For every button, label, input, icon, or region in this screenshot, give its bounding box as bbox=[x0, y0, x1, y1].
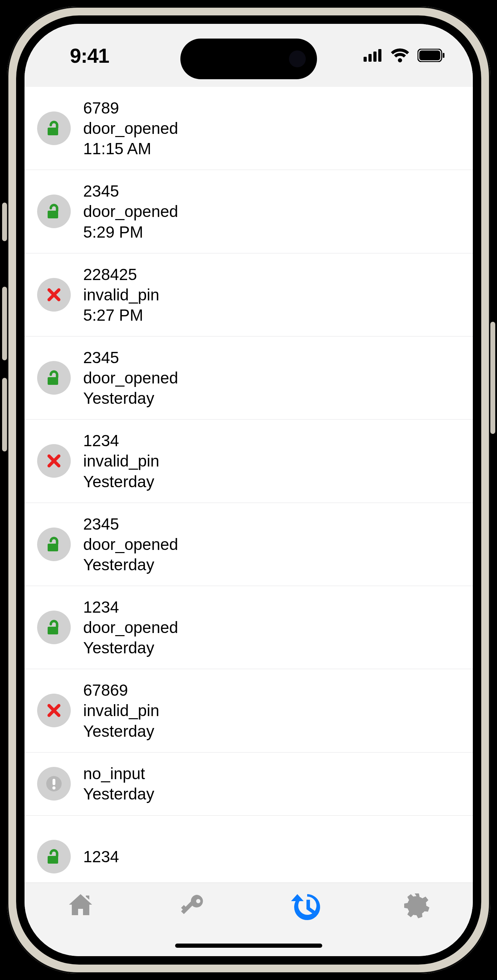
history-icon bbox=[289, 893, 321, 921]
event-type: door_opened bbox=[83, 535, 178, 554]
event-time: Yesterday bbox=[83, 721, 159, 741]
unlock-icon bbox=[45, 119, 63, 137]
event-pin: 1234 bbox=[83, 431, 159, 450]
event-time: Yesterday bbox=[83, 784, 154, 804]
event-text: 1234 bbox=[83, 847, 119, 866]
event-pin: 2345 bbox=[83, 181, 178, 201]
event-text: 2345door_opened5:29 PM bbox=[83, 181, 178, 242]
screen: 9:41 bbox=[24, 24, 473, 956]
event-time: Yesterday bbox=[83, 388, 178, 408]
event-status-icon bbox=[37, 611, 71, 644]
list-item[interactable]: 67869invalid_pinYesterday bbox=[24, 669, 473, 752]
dynamic-island bbox=[180, 38, 317, 79]
event-time: 11:15 AM bbox=[83, 139, 178, 158]
tab-settings[interactable] bbox=[396, 893, 438, 919]
event-text: 1234door_openedYesterday bbox=[83, 597, 178, 657]
svg-rect-11 bbox=[48, 627, 58, 635]
event-time: 5:27 PM bbox=[83, 305, 159, 325]
silence-switch bbox=[2, 203, 7, 241]
event-type: door_opened bbox=[83, 368, 178, 388]
svg-rect-8 bbox=[48, 211, 58, 218]
event-status-icon bbox=[37, 361, 71, 395]
event-pin: 228425 bbox=[83, 265, 159, 284]
event-time: 5:29 PM bbox=[83, 222, 178, 242]
list-item[interactable]: 1234invalid_pinYesterday bbox=[24, 420, 473, 503]
event-pin: 67869 bbox=[83, 680, 159, 700]
event-type: invalid_pin bbox=[83, 701, 159, 720]
event-status-icon bbox=[37, 528, 71, 561]
x-icon bbox=[46, 453, 62, 469]
event-status-icon bbox=[37, 694, 71, 727]
event-text: 6789door_opened11:15 AM bbox=[83, 98, 178, 158]
event-text: no_inputYesterday bbox=[83, 764, 154, 804]
event-pin: 2345 bbox=[83, 348, 178, 368]
list-item[interactable]: 2345door_openedYesterday bbox=[24, 503, 473, 586]
event-time: Yesterday bbox=[83, 638, 178, 657]
event-type: door_opened bbox=[83, 118, 178, 138]
list-item[interactable]: no_inputYesterday bbox=[24, 752, 473, 816]
event-pin: 1234 bbox=[83, 597, 178, 617]
list-item[interactable]: 1234door_openedYesterday bbox=[24, 586, 473, 669]
key-icon bbox=[179, 893, 206, 917]
event-list[interactable]: 6789door_opened11:15 AM2345door_opened5:… bbox=[24, 87, 473, 883]
cellular-icon bbox=[364, 49, 383, 62]
svg-point-14 bbox=[52, 786, 56, 790]
event-status-icon bbox=[37, 278, 71, 312]
list-item[interactable]: 6789door_opened11:15 AM bbox=[24, 87, 473, 170]
phone-frame: 9:41 bbox=[7, 6, 490, 974]
svg-rect-10 bbox=[48, 544, 58, 551]
event-status-icon bbox=[37, 111, 71, 145]
gear-icon bbox=[404, 893, 430, 919]
svg-rect-1 bbox=[368, 54, 372, 62]
event-pin: 2345 bbox=[83, 514, 178, 534]
svg-rect-7 bbox=[48, 127, 58, 135]
volume-up-button bbox=[2, 287, 7, 360]
svg-rect-5 bbox=[419, 51, 440, 60]
svg-rect-9 bbox=[48, 377, 58, 385]
event-type: door_opened bbox=[83, 617, 178, 637]
unlock-icon bbox=[45, 369, 63, 387]
tab-keys[interactable] bbox=[171, 893, 214, 917]
status-indicators bbox=[364, 48, 445, 62]
list-item[interactable]: 228425invalid_pin5:27 PM bbox=[24, 253, 473, 336]
svg-rect-15 bbox=[48, 856, 58, 864]
event-text: 2345door_openedYesterday bbox=[83, 514, 178, 574]
event-pin: 1234 bbox=[83, 847, 119, 866]
event-status-icon bbox=[37, 767, 71, 800]
status-time: 9:41 bbox=[70, 44, 109, 67]
event-status-icon bbox=[37, 444, 71, 478]
svg-rect-6 bbox=[443, 53, 445, 58]
list-item[interactable]: 1234 bbox=[24, 816, 473, 883]
home-icon bbox=[67, 893, 94, 917]
unlock-icon bbox=[45, 202, 63, 221]
battery-icon bbox=[418, 49, 445, 62]
svg-rect-13 bbox=[52, 779, 56, 785]
event-type: invalid_pin bbox=[83, 285, 159, 305]
event-status-icon bbox=[37, 840, 71, 873]
list-item[interactable]: 2345door_opened5:29 PM bbox=[24, 170, 473, 253]
event-type: invalid_pin bbox=[83, 451, 159, 471]
event-text: 2345door_openedYesterday bbox=[83, 348, 178, 408]
unlock-icon bbox=[45, 535, 63, 554]
tab-history[interactable] bbox=[284, 893, 326, 921]
unlock-icon bbox=[45, 618, 63, 636]
tab-home[interactable] bbox=[60, 893, 102, 917]
phone-bezel: 9:41 bbox=[16, 16, 481, 964]
event-text: 228425invalid_pin5:27 PM bbox=[83, 265, 159, 325]
svg-rect-3 bbox=[378, 49, 381, 62]
x-icon bbox=[46, 287, 62, 302]
event-pin: 6789 bbox=[83, 98, 178, 118]
event-time: Yesterday bbox=[83, 472, 159, 492]
power-button bbox=[490, 322, 495, 434]
list-item[interactable]: 2345door_openedYesterday bbox=[24, 336, 473, 420]
event-text: 1234invalid_pinYesterday bbox=[83, 431, 159, 491]
wifi-icon bbox=[391, 48, 409, 62]
event-type: door_opened bbox=[83, 202, 178, 221]
event-text: 67869invalid_pinYesterday bbox=[83, 680, 159, 741]
alert-icon bbox=[45, 775, 63, 793]
x-icon bbox=[46, 703, 62, 718]
unlock-icon bbox=[45, 848, 63, 866]
volume-down-button bbox=[2, 378, 7, 452]
svg-rect-2 bbox=[373, 51, 376, 62]
svg-rect-0 bbox=[364, 57, 367, 62]
